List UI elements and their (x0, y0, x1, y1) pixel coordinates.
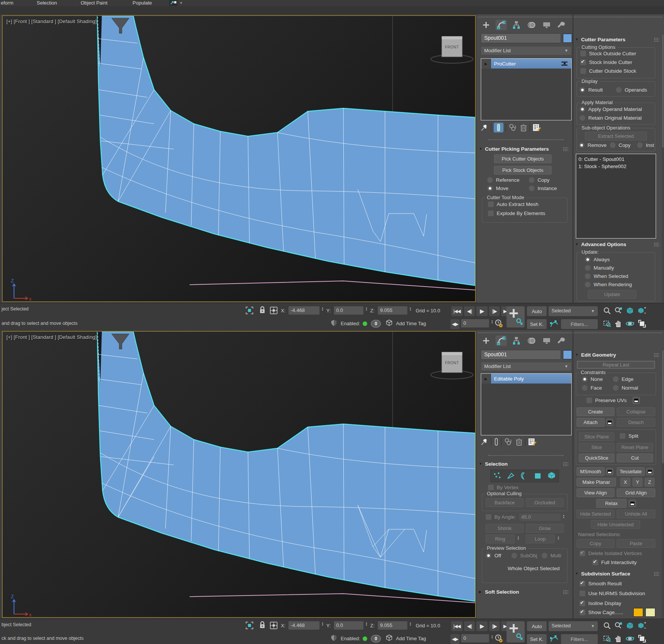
view-align-button[interactable]: View Align (577, 488, 614, 497)
maximize-viewport-icon[interactable] (638, 634, 647, 643)
rollout-selection[interactable]: ▼Selection (479, 460, 570, 468)
checkbox-use-nurms[interactable]: Use NURMS Subdivision (580, 591, 645, 596)
make-unique-icon[interactable] (504, 438, 513, 446)
selection-region-icon[interactable] (245, 306, 254, 315)
loop-spinner[interactable]: ▲▼ (556, 536, 561, 540)
set-keys-button[interactable]: + (507, 621, 525, 642)
rollout-cutter-picking[interactable]: ▼Cutter Picking Parameters (479, 145, 570, 153)
expand-arrow-icon[interactable]: ▶ (481, 374, 491, 384)
tab-modify[interactable] (496, 335, 507, 346)
radio-retain-original-material[interactable]: Retain Original Material (580, 115, 642, 121)
tab-display[interactable] (541, 20, 552, 30)
time-config-icon[interactable] (494, 319, 503, 328)
radio-apply-operand-material[interactable]: Apply Operand Material (580, 106, 642, 112)
zoom-all-icon[interactable] (614, 306, 623, 315)
panel-scrollbar[interactable] (662, 33, 664, 303)
msmooth-button[interactable]: MSmooth (577, 467, 605, 476)
ribbon-tab-object-paint[interactable]: Object Paint (81, 0, 108, 6)
planar-x-button[interactable]: X (620, 478, 630, 487)
play-button[interactable]: ▶ (476, 306, 488, 316)
tessellate-button[interactable]: Tessellate (617, 467, 645, 476)
add-time-tag[interactable]: Add Time Tag (396, 321, 426, 326)
region-zoom-icon[interactable] (603, 634, 612, 643)
tab-motion[interactable] (526, 335, 537, 346)
quickslice-button[interactable]: QuickSlice (579, 454, 614, 462)
key-mode-toggle[interactable]: ◀▶ (450, 319, 460, 329)
go-to-start-button[interactable]: |◀◀ (451, 306, 463, 316)
viewcube[interactable]: FRONT (431, 36, 473, 63)
y-spinner[interactable]: ▲▼ (364, 307, 369, 311)
subobj-edge-icon[interactable] (506, 472, 515, 480)
checkbox-full-interactivity[interactable]: Full Interactivity (592, 560, 637, 565)
radio-reference[interactable]: Reference (487, 177, 519, 183)
tab-motion[interactable] (526, 20, 537, 30)
pin-stack-icon[interactable] (480, 123, 489, 132)
reset-plane-button[interactable]: Reset Plane (617, 443, 653, 452)
attach-settings-button[interactable] (606, 419, 613, 426)
x-spinner[interactable]: ▲▼ (320, 622, 325, 626)
play-button[interactable]: ▶ (476, 621, 488, 631)
make-planar-button[interactable]: Make Planar (577, 478, 616, 487)
tab-utilities[interactable] (556, 335, 567, 346)
ribbon-tab-populate[interactable]: Populate (132, 0, 152, 6)
zoom-extents-icon[interactable] (625, 306, 634, 315)
radio-inst[interactable]: Inst (637, 142, 654, 148)
pan-icon[interactable] (614, 319, 623, 328)
z-coord-field[interactable]: 9.055 (378, 621, 407, 630)
radio-always[interactable]: Always (585, 257, 610, 262)
shield-icon[interactable] (330, 634, 338, 642)
current-frame-field[interactable]: 0 (461, 634, 489, 642)
cut-button[interactable]: Cut (617, 454, 653, 462)
modifier-stack[interactable]: ▶ Editable Poly (481, 373, 572, 435)
radio-constraint-normal[interactable]: Normal (613, 385, 638, 391)
set-key-button[interactable]: Set K. (527, 634, 547, 644)
operand-list-item[interactable]: 1: Stock - Sphere002 (578, 163, 653, 170)
absolute-mode-icon[interactable] (270, 306, 278, 315)
checkbox-cutter-outside-stock[interactable]: Cutter Outside Stock (580, 68, 636, 74)
radio-operands[interactable]: Operands (616, 87, 647, 93)
auto-key-button[interactable]: Auto (527, 306, 547, 316)
set-key-button[interactable]: Set K. (527, 319, 547, 329)
selection-set-dropdown[interactable]: Selected▼ (549, 306, 598, 316)
pick-stock-objects-button[interactable]: Pick Stock Objects (494, 166, 552, 175)
radio-remove[interactable]: Remove (579, 142, 606, 148)
next-frame-button[interactable]: ||▶ (489, 621, 500, 631)
pan-icon[interactable] (614, 634, 623, 643)
planar-z-button[interactable]: Z (645, 478, 655, 487)
modifier-list-dropdown[interactable]: Modifier List▼ (481, 46, 572, 55)
zoom-extents-all-icon[interactable] (637, 306, 647, 315)
tab-display[interactable] (541, 335, 552, 346)
radio-when-rendering[interactable]: When Rendering (585, 282, 632, 287)
stack-item-procutter[interactable]: ▶ ProCutter (481, 59, 571, 69)
radio-instance[interactable]: Instance (529, 186, 557, 191)
show-end-result-toggle[interactable] (494, 123, 503, 133)
zoom-icon[interactable] (603, 621, 612, 630)
checkbox-stock-inside-cutter[interactable]: Stock Inside Cutter (580, 59, 632, 65)
object-name-field[interactable]: Spout001 (481, 33, 561, 43)
pick-cutter-objects-button[interactable]: Pick Cutter Objects (494, 154, 552, 163)
checkbox-auto-extract-mesh[interactable]: Auto Extract Mesh (488, 201, 538, 207)
hide-unselected-button[interactable]: Hide Unselected (591, 520, 640, 529)
next-frame-button[interactable]: ||▶ (489, 306, 500, 316)
rollout-divider[interactable] (488, 139, 564, 140)
slice-plane-button[interactable]: Slice Plane (579, 432, 614, 441)
go-to-start-button[interactable]: |◀◀ (451, 621, 463, 631)
frame-spinner[interactable]: ▲▼ (490, 635, 494, 639)
paste-button[interactable]: Paste (617, 539, 655, 548)
checkbox-show-cage[interactable]: Show Cage...... (580, 610, 623, 615)
cage-color-swatch-2[interactable] (645, 608, 655, 617)
radio-preview-subobj[interactable]: SubObj (511, 553, 537, 558)
y-coord-field[interactable]: 0.0 (334, 621, 363, 630)
object-name-field[interactable]: Spout001 (481, 350, 561, 360)
selection-set-dropdown[interactable]: Selected▼ (549, 621, 598, 631)
radio-constraint-none[interactable]: None (582, 376, 603, 382)
time-tag-icon[interactable] (385, 319, 393, 327)
radio-when-selected[interactable]: When Selected (585, 273, 628, 279)
detach-button[interactable]: Detach (617, 418, 655, 427)
radio-preview-off[interactable]: Off (486, 553, 501, 558)
rollout-cutter-parameters[interactable]: ▼Cutter Parameters (575, 35, 661, 44)
checkbox-stock-outside-cutter[interactable]: Stock Outside Cutter (580, 51, 636, 56)
radio-constraint-face[interactable]: Face (582, 385, 602, 391)
tessellate-settings-button[interactable] (646, 468, 653, 475)
attach-button[interactable]: Attach (577, 418, 605, 427)
